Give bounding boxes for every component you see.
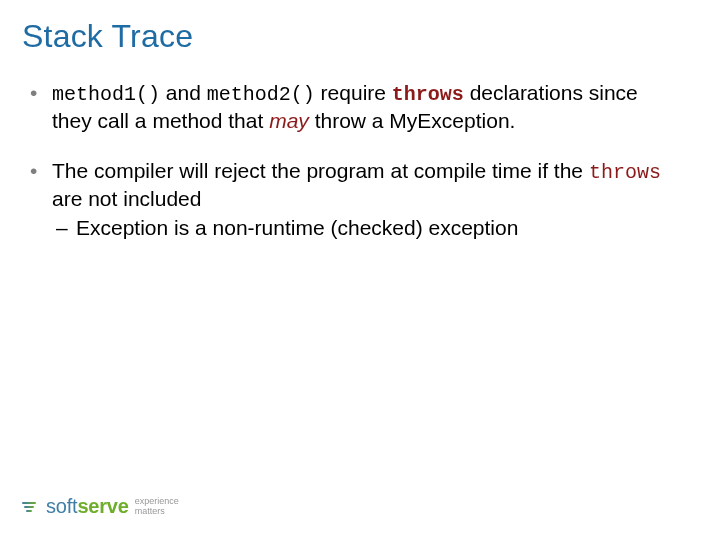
sub-list-item: Exception is a non-runtime (checked) exc…	[52, 215, 680, 242]
slide-title: Stack Trace	[22, 18, 193, 55]
brand-lines-icon	[22, 502, 36, 512]
brand-word-serve: serve	[77, 495, 128, 517]
slide: Stack Trace method1() and method2() requ…	[0, 0, 720, 540]
sub-bullet-list: Exception is a non-runtime (checked) exc…	[52, 215, 680, 242]
slide-body: method1() and method2() require throws d…	[26, 80, 680, 266]
brand-logo: softserve	[46, 495, 129, 518]
brand-tagline: experience matters	[135, 497, 179, 516]
list-item: The compiler will reject the program at …	[26, 158, 680, 241]
bullet-list: method1() and method2() require throws d…	[26, 80, 680, 242]
list-item: method1() and method2() require throws d…	[26, 80, 680, 134]
brand-word-soft: soft	[46, 495, 77, 517]
brand-footer: softserve experience matters	[22, 495, 179, 518]
